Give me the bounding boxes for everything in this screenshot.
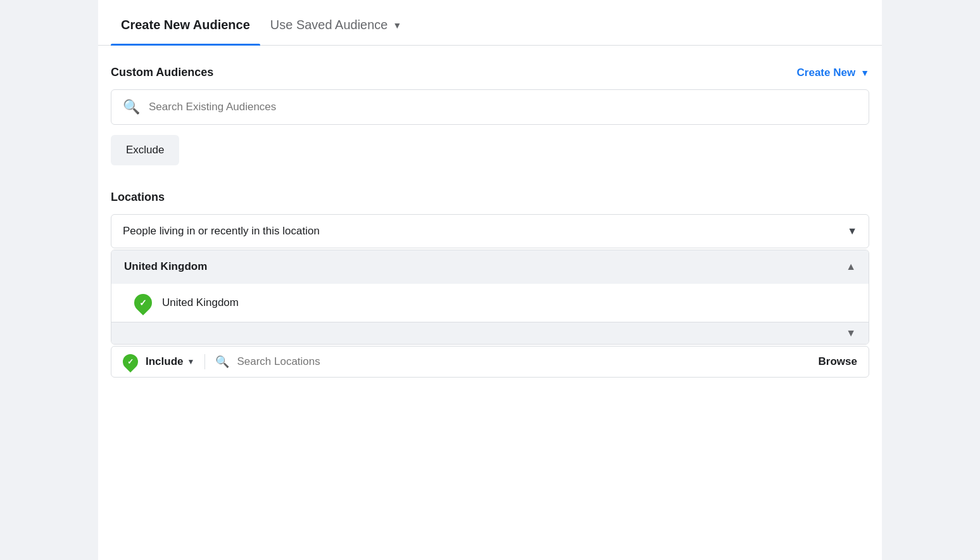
tab-saved-label: Use Saved Audience <box>270 18 388 32</box>
create-new-button[interactable]: Create New ▼ <box>797 67 869 79</box>
selected-location-text: United Kingdom <box>162 296 239 309</box>
include-pin-icon <box>120 351 141 372</box>
location-type-dropdown[interactable]: People living in or recently in this loc… <box>111 214 869 248</box>
locations-section: Locations People living in or recently i… <box>111 191 869 378</box>
list-item[interactable]: United Kingdom <box>111 283 869 322</box>
location-list-header: United Kingdom ▲ <box>111 250 869 283</box>
exclude-button[interactable]: Exclude <box>111 135 179 165</box>
custom-audiences-title: Custom Audiences <box>111 66 213 79</box>
chevron-down-icon: ▼ <box>860 68 869 78</box>
chevron-down-icon: ▼ <box>393 20 401 30</box>
custom-audiences-header: Custom Audiences Create New ▼ <box>111 66 869 79</box>
location-pin-icon <box>130 290 156 315</box>
browse-button[interactable]: Browse <box>819 355 857 368</box>
exclude-label: Exclude <box>126 144 164 156</box>
include-search-bar: Include ▼ 🔍 Browse <box>111 346 869 378</box>
location-type-text: People living in or recently in this loc… <box>123 225 320 238</box>
tabs-bar: Create New Audience Use Saved Audience ▼ <box>98 0 882 46</box>
tab-use-saved-audience[interactable]: Use Saved Audience ▼ <box>260 0 412 45</box>
search-icon: 🔍 <box>215 355 229 369</box>
locations-title: Locations <box>111 191 869 204</box>
search-existing-audiences-input[interactable] <box>149 101 857 113</box>
search-locations-input[interactable] <box>237 355 810 368</box>
location-list-container: United Kingdom ▲ United Kingdom ▼ <box>111 250 869 345</box>
region-label: United Kingdom <box>124 260 207 273</box>
page-container: Create New Audience Use Saved Audience ▼… <box>0 0 980 560</box>
chevron-down-icon: ▼ <box>847 226 857 237</box>
scroll-up-icon[interactable]: ▲ <box>846 261 856 272</box>
browse-label: Browse <box>819 355 857 367</box>
divider <box>204 354 205 369</box>
content-area: Custom Audiences Create New ▼ 🔍 Exclude … <box>98 46 882 390</box>
search-icon: 🔍 <box>123 99 140 115</box>
create-new-label: Create New <box>797 67 856 79</box>
chevron-down-icon: ▼ <box>187 357 195 366</box>
include-dropdown[interactable]: Include ▼ <box>146 355 194 368</box>
tab-create-label: Create New Audience <box>121 18 250 32</box>
tab-create-new-audience[interactable]: Create New Audience <box>111 0 260 45</box>
scroll-down-icon[interactable]: ▼ <box>111 322 869 344</box>
search-existing-audiences-box[interactable]: 🔍 <box>111 89 869 125</box>
main-panel: Create New Audience Use Saved Audience ▼… <box>98 0 882 560</box>
include-label: Include <box>146 355 184 368</box>
